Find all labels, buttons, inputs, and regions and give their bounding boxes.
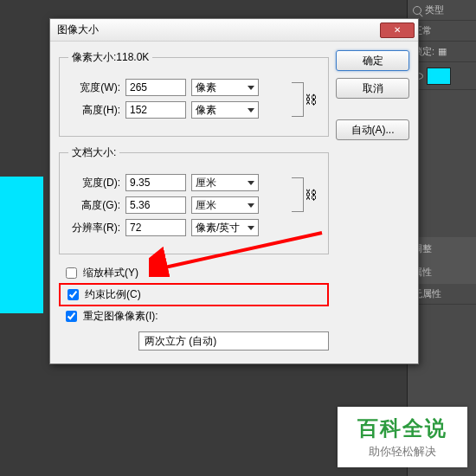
constrain-proportions-row[interactable]: 约束比例(C) xyxy=(59,283,329,306)
dialog-title: 图像大小 xyxy=(57,23,380,37)
close-icon: ✕ xyxy=(394,25,401,35)
resolution-unit[interactable]: 像素/英寸 xyxy=(191,219,259,236)
image-size-dialog: 图像大小 ✕ 像素大小:118.0K 宽度(W): 像素 高度(H): xyxy=(49,18,419,364)
chevron-down-icon xyxy=(248,203,254,208)
px-width-unit[interactable]: 像素 xyxy=(191,79,259,96)
resolution-label: 分辨率(R): xyxy=(68,221,120,235)
cancel-button[interactable]: 取消 xyxy=(336,78,409,99)
resolution-input[interactable] xyxy=(125,219,186,236)
pixel-dimensions-group: 像素大小:118.0K 宽度(W): 像素 高度(H): 像素 xyxy=(59,50,329,137)
chevron-down-icon xyxy=(248,226,254,230)
scale-styles-label: 缩放样式(Y) xyxy=(83,266,138,280)
dialog-titlebar: 图像大小 ✕ xyxy=(50,19,418,42)
px-height-label: 高度(H): xyxy=(68,103,120,118)
lock-pixels-icon[interactable]: ▦ xyxy=(438,46,447,57)
type-label: 类型 xyxy=(425,3,444,16)
close-button[interactable]: ✕ xyxy=(380,23,415,38)
doc-width-unit[interactable]: 厘米 xyxy=(191,174,259,191)
doc-legend: 文档大小: xyxy=(68,145,119,160)
chevron-down-icon xyxy=(248,86,254,90)
constrain-proportions-label: 约束比例(C) xyxy=(85,287,141,302)
watermark-subtitle: 助你轻松解决 xyxy=(369,444,436,460)
resample-label: 重定图像像素(I): xyxy=(83,309,158,324)
px-width-input[interactable] xyxy=(125,79,186,96)
doc-height-input[interactable] xyxy=(125,196,186,214)
scale-styles-row[interactable]: 缩放样式(Y) xyxy=(59,263,329,283)
link-icon[interactable]: ⛓ xyxy=(305,188,317,202)
canvas-preview xyxy=(0,177,43,313)
doc-width-input[interactable] xyxy=(125,174,186,191)
layer-thumbnail xyxy=(427,68,451,85)
px-height-unit[interactable]: 像素 xyxy=(191,101,259,119)
resample-checkbox[interactable] xyxy=(66,311,77,322)
scale-styles-checkbox[interactable] xyxy=(66,267,77,279)
auto-button[interactable]: 自动(A)... xyxy=(336,119,409,140)
px-height-input[interactable] xyxy=(125,101,186,119)
search-icon xyxy=(413,6,421,15)
pixel-legend: 像素大小:118.0K xyxy=(68,50,152,65)
chevron-down-icon xyxy=(248,181,254,185)
chevron-down-icon xyxy=(248,108,254,113)
document-size-group: 文档大小: 宽度(D): 厘米 高度(G): 厘米 xyxy=(59,145,329,254)
doc-height-label: 高度(G): xyxy=(68,198,120,213)
resample-method-select[interactable]: 两次立方 (自动) xyxy=(138,331,329,351)
ok-button[interactable]: 确定 xyxy=(336,50,409,71)
link-icon[interactable]: ⛓ xyxy=(305,93,317,106)
watermark-title: 百科全说 xyxy=(357,415,447,442)
doc-width-label: 宽度(D): xyxy=(68,176,120,190)
watermark: 百科全说 助你轻松解决 xyxy=(338,407,467,467)
resample-row[interactable]: 重定图像像素(I): xyxy=(59,306,329,326)
constrain-proportions-checkbox[interactable] xyxy=(68,289,79,300)
doc-height-unit[interactable]: 厘米 xyxy=(191,196,259,214)
px-width-label: 宽度(W): xyxy=(68,80,120,95)
